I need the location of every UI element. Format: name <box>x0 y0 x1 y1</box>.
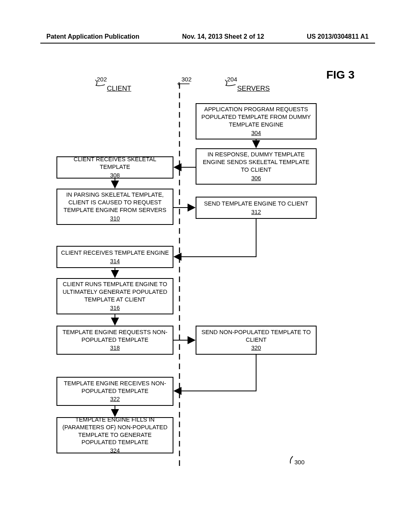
figure-title: FIG 3 <box>326 69 355 81</box>
box-310-num: 310 <box>110 215 120 222</box>
box-322-text: TEMPLATE ENGINE RECEIVES NON-POPULATED T… <box>60 380 169 395</box>
header-rule <box>40 43 375 44</box>
box-320: SEND NON-POPULATED TEMPLATE TO CLIENT 32… <box>196 326 317 355</box>
box-304: APPLICATION PROGRAM REQUESTS POPULATED T… <box>196 103 317 139</box>
box-318-text: TEMPLATE ENGINE REQUESTS NON-POPULATED T… <box>60 328 169 344</box>
box-306: IN RESPONSE, DUMMY TEMPLATE ENGINE SENDS… <box>196 148 317 185</box>
box-322-num: 322 <box>110 395 120 403</box>
servers-swimlane-header: SERVERS <box>237 85 270 93</box>
box-322: TEMPLATE ENGINE RECEIVES NON-POPULATED T… <box>56 377 173 406</box>
box-318-num: 318 <box>110 344 120 352</box>
box-304-num: 304 <box>251 129 261 137</box>
box-308: CLIENT RECEIVES SKELETAL TEMPLATE 308 <box>56 156 173 179</box>
ref-servers: 204 <box>227 76 237 83</box>
box-320-text: SEND NON-POPULATED TEMPLATE TO CLIENT <box>200 328 313 344</box>
box-304-text: APPLICATION PROGRAM REQUESTS POPULATED T… <box>200 106 313 129</box>
figure-area: FIG 3 CLIENT SERVERS 202 302 204 300 APP… <box>0 64 413 508</box>
box-324-text: TEMPLATE ENGINE FILLS IN (PARAMETERS OF)… <box>60 416 169 446</box>
box-308-text: CLIENT RECEIVES SKELETAL TEMPLATE <box>60 156 169 171</box>
header-center: Nov. 14, 2013 Sheet 2 of 12 <box>182 33 264 40</box>
box-310: IN PARSING SKELETAL TEMPLATE, CLIENT IS … <box>56 189 173 225</box>
ref-client: 202 <box>97 76 107 83</box>
box-316: CLIENT RUNS TEMPLATE ENGINE TO ULTIMATEL… <box>56 278 173 314</box>
header-right: US 2013/0304811 A1 <box>307 33 369 40</box>
box-318: TEMPLATE ENGINE REQUESTS NON-POPULATED T… <box>56 326 173 355</box>
ref-overall: 300 <box>294 459 305 466</box>
box-314-num: 314 <box>110 258 120 265</box>
box-314-text: CLIENT RECEIVES TEMPLATE ENGINE <box>61 249 169 257</box>
box-306-num: 306 <box>251 175 261 182</box>
ref-divider: 302 <box>181 76 192 83</box>
box-306-text: IN RESPONSE, DUMMY TEMPLATE ENGINE SENDS… <box>200 151 313 174</box>
page-header: Patent Application Publication Nov. 14, … <box>0 33 413 40</box>
box-312-text: SEND TEMPLATE ENGINE TO CLIENT <box>204 200 308 208</box>
box-308-num: 308 <box>110 172 120 179</box>
box-316-num: 316 <box>110 304 120 312</box>
box-314: CLIENT RECEIVES TEMPLATE ENGINE 314 <box>56 246 173 268</box>
box-310-text: IN PARSING SKELETAL TEMPLATE, CLIENT IS … <box>60 191 169 214</box>
box-320-num: 320 <box>251 344 261 352</box>
client-swimlane-header: CLIENT <box>107 85 131 93</box>
box-312: SEND TEMPLATE ENGINE TO CLIENT 312 <box>196 197 317 219</box>
header-left: Patent Application Publication <box>46 33 140 40</box>
box-324: TEMPLATE ENGINE FILLS IN (PARAMETERS OF)… <box>56 417 173 453</box>
box-316-text: CLIENT RUNS TEMPLATE ENGINE TO ULTIMATEL… <box>60 281 169 303</box>
box-312-num: 312 <box>251 208 261 216</box>
box-324-num: 324 <box>110 447 120 455</box>
